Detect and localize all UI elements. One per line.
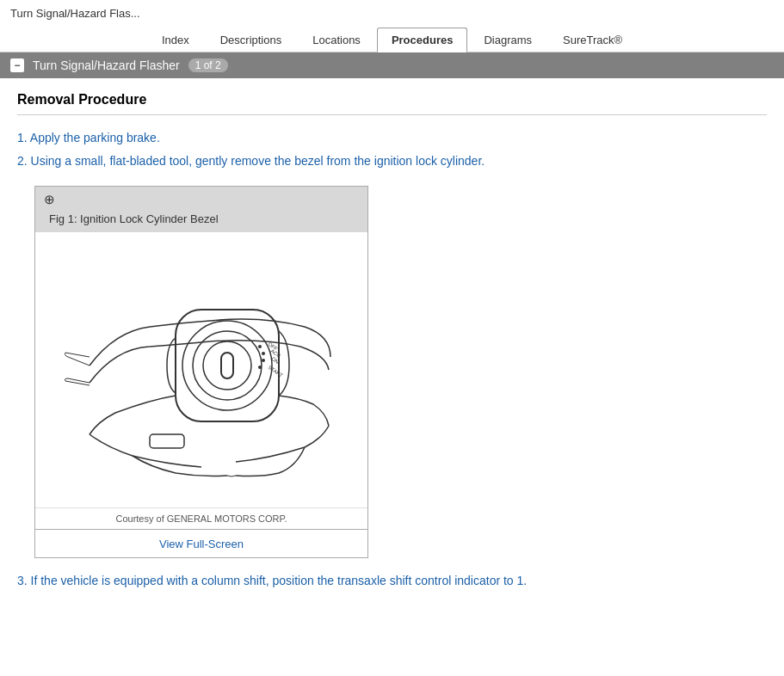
svg-rect-9 [150, 434, 184, 448]
title-bar: Turn Signal/Hazard Flas... [0, 0, 784, 23]
step-1-num: 1. [17, 131, 28, 144]
diagram-svg: OFF ACC ON START [64, 241, 339, 499]
figure-image: OFF ACC ON START [35, 232, 367, 507]
figure-header: ⊕ Fig 1: Ignition Lock Cylinder Bezel [35, 187, 367, 232]
step-2: 2. Using a small, flat-bladed tool, gent… [17, 152, 767, 170]
step-1: 1. Apply the parking brake. [17, 129, 767, 147]
collapse-button[interactable]: − [10, 58, 24, 72]
tab-procedures[interactable]: Procedures [377, 28, 468, 52]
svg-point-5 [258, 345, 262, 348]
content-area: Removal Procedure 1. Apply the parking b… [0, 78, 784, 601]
step-1-text: Apply the parking brake. [30, 131, 160, 144]
tab-suretrack[interactable]: SureTrack® [548, 28, 637, 52]
svg-point-8 [258, 366, 262, 369]
svg-text:START: START [267, 365, 283, 378]
svg-point-3 [203, 341, 251, 390]
svg-point-7 [262, 359, 265, 362]
zoom-icon[interactable]: ⊕ [44, 192, 59, 207]
view-fullscreen-button[interactable]: View Full-Screen [159, 538, 244, 550]
svg-point-6 [262, 352, 265, 355]
step-2-text: Using a small, flat-bladed tool, gently … [31, 154, 485, 168]
tab-navigation: Index Descriptions Locations Procedures … [0, 23, 784, 52]
step-2-num: 2. [17, 154, 28, 168]
section-header: − Turn Signal/Hazard Flasher 1 of 2 [0, 52, 784, 78]
figure-footer: View Full-Screen [35, 529, 367, 557]
section-title: Turn Signal/Hazard Flasher [33, 58, 180, 72]
tab-diagrams[interactable]: Diagrams [469, 28, 546, 52]
page-badge: 1 of 2 [188, 58, 228, 72]
svg-rect-4 [221, 353, 233, 378]
step-3: 3. If the vehicle is equipped with a col… [17, 574, 767, 587]
removal-procedure-title: Removal Procedure [17, 92, 767, 115]
step-list: 1. Apply the parking brake. 2. Using a s… [17, 129, 767, 170]
figure-caption: Courtesy of GENERAL MOTORS CORP. [35, 507, 367, 529]
figure-title: Fig 1: Ignition Lock Cylinder Bezel [44, 209, 359, 227]
page-title: Turn Signal/Hazard Flas... [10, 7, 140, 20]
tab-locations[interactable]: Locations [298, 28, 375, 52]
svg-rect-0 [176, 310, 279, 421]
figure-box: ⊕ Fig 1: Ignition Lock Cylinder Bezel [34, 186, 368, 558]
tab-descriptions[interactable]: Descriptions [206, 28, 297, 52]
svg-point-1 [182, 321, 272, 410]
tab-index[interactable]: Index [147, 28, 204, 52]
